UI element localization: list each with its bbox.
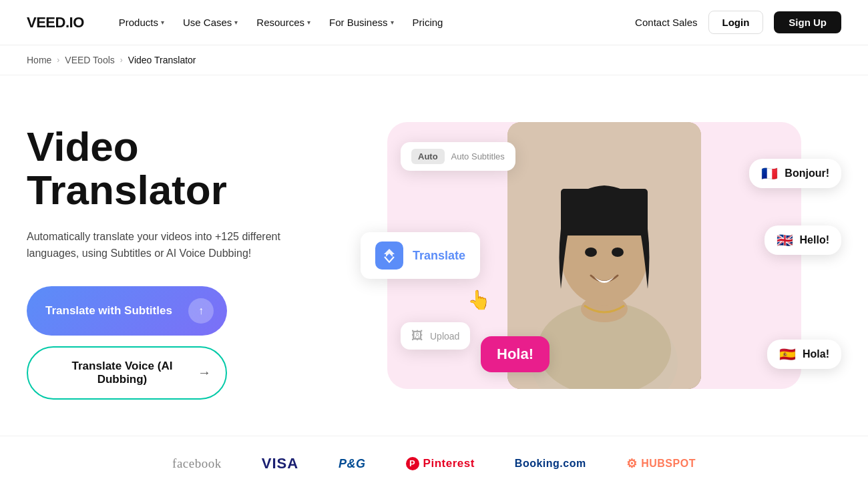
hero-section: Video Translator Automatically translate… (0, 75, 868, 436)
bubble-bonjour: 🇫🇷 Bonjour! (749, 159, 841, 188)
upload-card-icon: 🖼 (411, 329, 423, 343)
nav-links: Products ▾ Use Cases ▾ Resources ▾ For B… (111, 11, 635, 33)
pinterest-circle-icon: P (406, 457, 419, 470)
breadcrumb: Home › VEED Tools › Video Translator (0, 45, 868, 75)
svg-rect-5 (561, 189, 648, 235)
svg-point-6 (585, 248, 597, 257)
translate-icon (375, 242, 403, 270)
svg-point-7 (612, 248, 624, 257)
chevron-down-icon: ▾ (391, 19, 394, 26)
translate-label: Translate (413, 249, 465, 263)
flag-france-icon: 🇫🇷 (761, 165, 778, 181)
breadcrumb-separator: › (57, 55, 59, 65)
cursor-icon: 👆 (467, 289, 491, 311)
chevron-down-icon: ▾ (234, 19, 238, 26)
logo-pg: P&G (339, 457, 366, 471)
nav-item-resources[interactable]: Resources ▾ (248, 11, 318, 33)
navbar: VEED.IO Products ▾ Use Cases ▾ Resources… (0, 0, 868, 45)
breadcrumb-current: Video Translator (128, 55, 196, 65)
translate-subtitles-button[interactable]: Translate with Subtitles ↑ (27, 286, 227, 336)
nav-item-pricing[interactable]: Pricing (405, 11, 451, 33)
translate-voice-button[interactable]: Translate Voice (AI Dubbing) → (27, 346, 227, 400)
breadcrumb-home[interactable]: Home (27, 55, 51, 65)
nav-item-products[interactable]: Products ▾ (111, 11, 172, 33)
upload-card-text: Upload (430, 331, 459, 342)
logo-visa: VISA (262, 455, 298, 472)
contact-sales-link[interactable]: Contact Sales (635, 17, 697, 28)
translate-card[interactable]: Translate (361, 232, 480, 279)
bubble-hola-main: Hola! (481, 336, 550, 372)
chevron-down-icon: ▾ (161, 19, 164, 26)
nav-item-for-business[interactable]: For Business ▾ (321, 11, 402, 33)
breadcrumb-separator: › (120, 55, 123, 65)
breadcrumb-tools[interactable]: VEED Tools (65, 55, 114, 65)
bubble-hola-side: 🇪🇸 Hola! (767, 340, 841, 369)
nav-right: Contact Sales Login Sign Up (635, 11, 841, 34)
logo-hubspot: ⚙ HUBSPOT (626, 456, 696, 471)
chevron-down-icon: ▾ (307, 19, 310, 26)
flag-spain-icon: 🇪🇸 (779, 346, 796, 362)
logo-facebook: facebook (172, 456, 222, 471)
auto-subtitles-card: Auto Auto Subtitles (401, 142, 515, 171)
hero-left: Video Translator Automatically translate… (27, 125, 374, 399)
nav-item-use-cases[interactable]: Use Cases ▾ (175, 11, 246, 33)
bubble-hello: 🇬🇧 Hello! (765, 225, 841, 255)
arrow-right-icon: → (198, 365, 211, 380)
logo[interactable]: VEED.IO (27, 14, 84, 31)
hero-title: Video Translator (27, 125, 374, 211)
flag-uk-icon: 🇬🇧 (777, 232, 793, 248)
hero-illustration: Auto Auto Subtitles Translate 👆 🖼 Upload… (361, 122, 841, 402)
upload-icon: ↑ (188, 298, 214, 324)
auto-label: Auto (411, 149, 445, 164)
hubspot-sprocket-icon: ⚙ (626, 456, 638, 471)
login-button[interactable]: Login (708, 11, 764, 34)
logos-bar: facebook VISA P&G P Pinterest Booking.co… (0, 436, 868, 479)
signup-button[interactable]: Sign Up (774, 11, 841, 33)
logo-pinterest: P Pinterest (406, 457, 475, 470)
logo-booking: Booking.com (515, 458, 586, 470)
auto-subtitles-text: Auto Subtitles (451, 151, 505, 161)
upload-card: 🖼 Upload (401, 322, 470, 350)
hero-description: Automatically translate your videos into… (27, 228, 280, 262)
